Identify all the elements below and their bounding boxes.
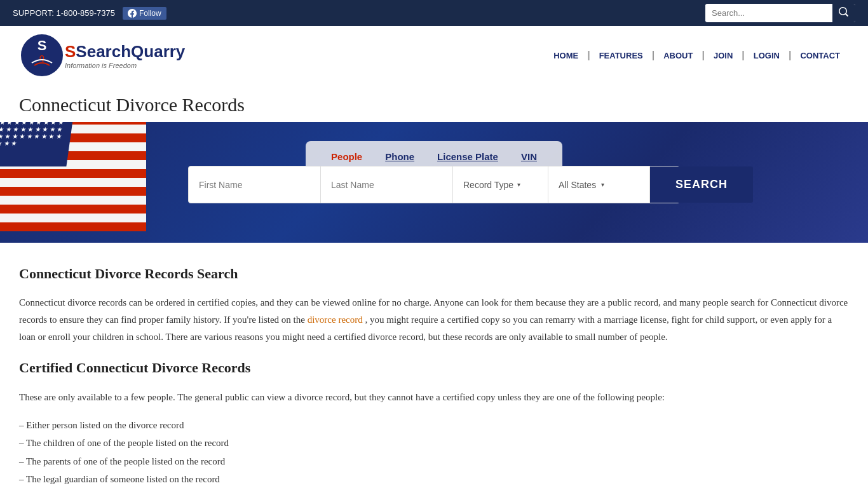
nav-home[interactable]: HOME [545, 51, 587, 60]
fb-follow-button[interactable]: Follow [123, 7, 166, 20]
list-item: – Either person listed on the divorce re… [19, 416, 849, 435]
list-item: – The legal guardian of someone listed o… [19, 470, 849, 488]
fb-follow-label: Follow [139, 9, 161, 18]
search-icon [839, 7, 849, 17]
divorce-record-link[interactable]: divorce record [308, 315, 363, 325]
tab-phone[interactable]: Phone [375, 147, 424, 166]
logo-brand-s: S [65, 42, 76, 61]
flag-stars: ★ ★ ★ ★ ★ ★ ★ ★ ★ ★ ★ ★ ★ ★ ★ ★ ★ ★ ★ ★ … [0, 122, 74, 166]
svg-text:Q: Q [39, 55, 44, 62]
record-type-label: Record Type [463, 180, 513, 190]
tab-people[interactable]: People [321, 147, 372, 166]
svg-text:S: S [37, 37, 47, 53]
section2-intro: These are only available to a few people… [19, 389, 849, 406]
page-title: Connecticut Divorce Records [19, 94, 849, 116]
top-bar: SUPPORT: 1-800-859-7375 Follow [0, 0, 868, 26]
last-name-input[interactable] [321, 166, 453, 203]
logo-text-container: SSearchQuarry Information is Freedom [65, 42, 185, 69]
section1-paragraph: Connecticut divorce records can be order… [19, 294, 849, 346]
hero-flag: ★ ★ ★ ★ ★ ★ ★ ★ ★ ★ ★ ★ ★ ★ ★ ★ ★ ★ ★ ★ … [0, 122, 146, 243]
main-nav: HOME | FEATURES | ABOUT | JOIN | LOGIN |… [545, 50, 849, 61]
all-states-label: All States [559, 180, 596, 190]
search-tabs-row: People Phone License Plate VIN [161, 141, 707, 166]
nav-about[interactable]: ABOUT [654, 51, 702, 60]
nav-contact[interactable]: CONTACT [791, 51, 849, 60]
top-search-bar[interactable] [705, 4, 855, 22]
logo-brand-text: SearchQuarry [76, 42, 185, 61]
nav-login[interactable]: LOGIN [745, 51, 789, 60]
record-type-dropdown[interactable]: Record Type ▾ [453, 166, 548, 203]
certified-list: – Either person listed on the divorce re… [19, 416, 849, 488]
top-search-button[interactable] [832, 4, 855, 22]
nav-features[interactable]: FEATURES [590, 51, 652, 60]
list-item: – The children of one of the people list… [19, 434, 849, 452]
search-container: People Phone License Plate VIN Record Ty… [161, 141, 707, 203]
search-button[interactable]: SEARCH [650, 166, 753, 203]
page-title-area: Connecticut Divorce Records [0, 85, 868, 122]
tab-vin[interactable]: VIN [511, 147, 547, 166]
logo-icon: S Q [19, 32, 65, 78]
record-type-chevron: ▾ [517, 181, 520, 188]
logo-tagline: Information is Freedom [65, 62, 137, 69]
main-content: Connecticut Divorce Records Search Conne… [0, 243, 868, 488]
search-form: Record Type ▾ All States ▾ SEARCH [188, 166, 680, 203]
support-phone: 1-800-859-7375 [56, 8, 115, 18]
states-dropdown[interactable]: All States ▾ [548, 166, 650, 203]
facebook-icon [128, 9, 137, 18]
support-text: SUPPORT: 1-800-859-7375 [13, 8, 115, 18]
header: S Q SSearchQuarry Information is Freedom… [0, 26, 868, 85]
hero-banner: ★ ★ ★ ★ ★ ★ ★ ★ ★ ★ ★ ★ ★ ★ ★ ★ ★ ★ ★ ★ … [0, 122, 868, 243]
list-item: – The parents of one of the people liste… [19, 452, 849, 471]
logo-area: S Q SSearchQuarry Information is Freedom [19, 32, 185, 78]
section2-title: Certified Connecticut Divorce Records [19, 356, 849, 379]
tab-license-plate[interactable]: License Plate [427, 147, 508, 166]
top-bar-left: SUPPORT: 1-800-859-7375 Follow [13, 7, 166, 20]
support-label: SUPPORT: [13, 8, 54, 18]
states-chevron: ▾ [601, 181, 604, 188]
nav-join[interactable]: JOIN [705, 51, 742, 60]
first-name-input[interactable] [189, 166, 321, 203]
logo-brand: SSearchQuarry [65, 42, 185, 62]
top-search-input[interactable] [705, 5, 832, 21]
search-tabs-container: People Phone License Plate VIN [306, 141, 562, 166]
section1-title: Connecticut Divorce Records Search [19, 262, 849, 285]
